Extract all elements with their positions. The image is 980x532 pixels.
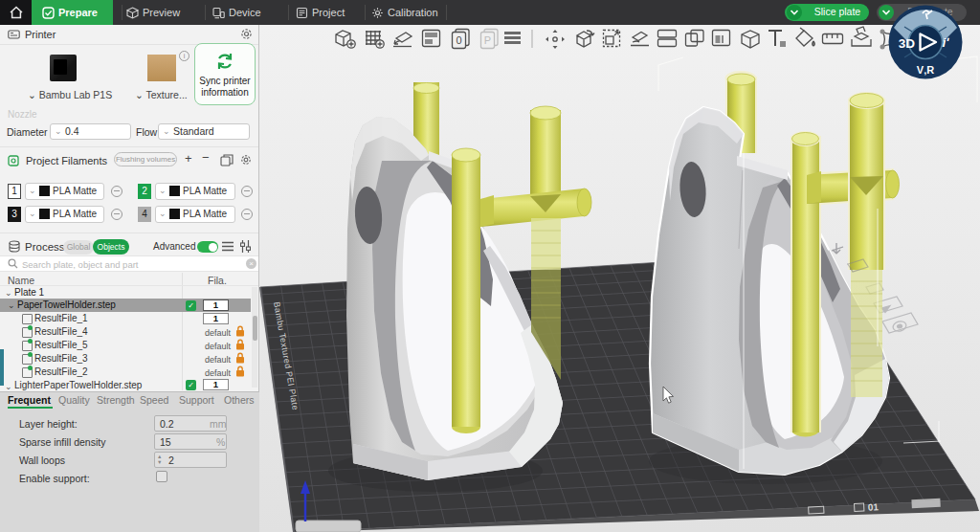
svg-text:V‚R: V‚R: [917, 64, 934, 76]
svg-text:01: 01: [867, 501, 879, 513]
svg-text:3D: 3D: [899, 36, 916, 51]
svg-text:iʹ: iʹ: [943, 35, 950, 50]
svg-text:P: P: [484, 34, 491, 46]
svg-text:0: 0: [456, 34, 461, 46]
